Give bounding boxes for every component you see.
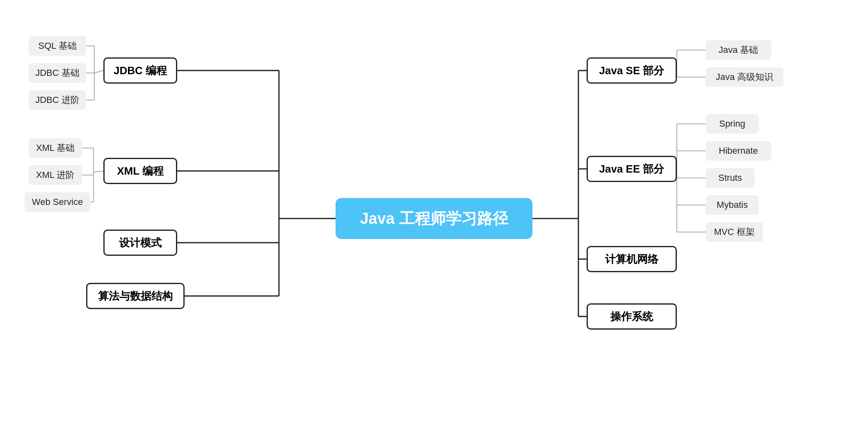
mindmap-container: Java 工程师学习路径 JDBC 编程 XML 编程 设计模式 算法与数据结构… xyxy=(0,0,868,437)
node-webservice: Web Service xyxy=(25,192,90,212)
center-node: Java 工程师学习路径 xyxy=(336,198,532,239)
node-design: 设计模式 xyxy=(103,230,177,256)
node-spring: Spring xyxy=(706,114,759,134)
jse-label: Java SE 部分 xyxy=(599,64,665,78)
java-base-label: Java 基础 xyxy=(719,44,758,56)
design-label: 设计模式 xyxy=(119,236,162,250)
node-jdbc: JDBC 编程 xyxy=(103,57,177,84)
hibernate-label: Hibernate xyxy=(719,146,758,156)
node-xml-adv: XML 进阶 xyxy=(29,165,82,185)
algo-label: 算法与数据结构 xyxy=(98,289,173,303)
node-xml: XML 编程 xyxy=(103,158,177,184)
node-sql: SQL 基础 xyxy=(29,36,86,56)
sql-label: SQL 基础 xyxy=(38,40,76,52)
node-jdbc-base: JDBC 基础 xyxy=(29,63,86,83)
webservice-label: Web Service xyxy=(32,197,83,207)
node-algo: 算法与数据结构 xyxy=(86,283,185,309)
node-network: 计算机网络 xyxy=(587,246,677,272)
node-xml-base: XML 基础 xyxy=(29,138,82,158)
svg-line-10 xyxy=(94,71,103,73)
node-hibernate: Hibernate xyxy=(706,141,771,161)
node-java-adv: Java 高级知识 xyxy=(706,67,783,87)
svg-line-15 xyxy=(94,171,103,172)
jdbc-base-label: JDBC 基础 xyxy=(35,67,80,79)
xml-label: XML 编程 xyxy=(117,164,164,178)
node-os: 操作系统 xyxy=(587,303,677,330)
jee-label: Java EE 部分 xyxy=(599,162,665,176)
os-label: 操作系统 xyxy=(610,310,653,324)
node-jse: Java SE 部分 xyxy=(587,57,677,84)
node-mybatis: Mybatis xyxy=(706,195,759,215)
network-label: 计算机网络 xyxy=(605,252,658,266)
node-struts: Struts xyxy=(706,168,755,188)
node-mvc: MVC 框架 xyxy=(706,222,763,242)
spring-label: Spring xyxy=(719,118,745,129)
center-label: Java 工程师学习路径 xyxy=(360,208,508,229)
node-jee: Java EE 部分 xyxy=(587,156,677,182)
struts-label: Struts xyxy=(718,173,742,183)
mvc-label: MVC 框架 xyxy=(714,226,755,238)
xml-adv-label: XML 进阶 xyxy=(36,169,75,181)
node-java-base: Java 基础 xyxy=(706,40,771,60)
jdbc-label: JDBC 编程 xyxy=(114,64,167,78)
jdbc-adv-label: JDBC 进阶 xyxy=(35,94,80,106)
xml-base-label: XML 基础 xyxy=(36,142,75,154)
node-jdbc-adv: JDBC 进阶 xyxy=(29,90,86,110)
java-adv-label: Java 高级知识 xyxy=(716,71,774,83)
mybatis-label: Mybatis xyxy=(717,200,748,210)
